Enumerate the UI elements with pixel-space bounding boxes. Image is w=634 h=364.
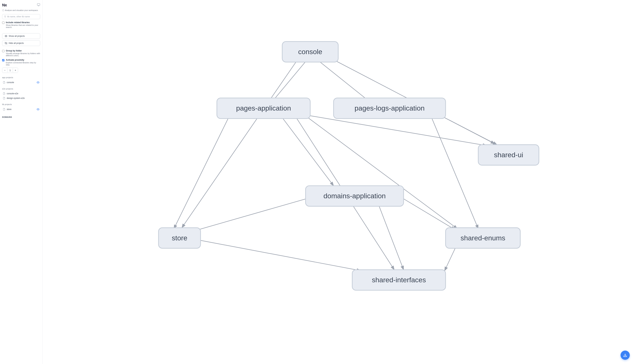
file-icon <box>3 92 5 95</box>
proximity-stepper: − 1 + <box>2 68 18 73</box>
proximity-stepper-group: − 1 + <box>2 68 40 73</box>
file-icon <box>3 108 5 110</box>
domains-label: DOMAINS <box>2 114 40 119</box>
lib-projects-group: lib projects store <box>2 103 40 112</box>
e2e-projects-label: e2e projects <box>2 88 40 90</box>
svg-line-19 <box>308 118 457 229</box>
svg-line-18 <box>310 116 487 146</box>
show-all-projects-button[interactable]: Show all projects <box>2 33 40 39</box>
svg-line-26 <box>188 238 360 271</box>
group-by-folder-checkbox[interactable] <box>2 50 4 52</box>
svg-line-15 <box>182 62 296 228</box>
include-related-group: Include related libraries Show libraries… <box>2 21 40 30</box>
include-related-desc: Show libraries that are related to your … <box>6 24 40 28</box>
file-icon <box>3 97 5 100</box>
svg-line-21 <box>441 116 497 145</box>
node-pages-application-label: pages-application <box>236 104 291 112</box>
app-logo: Nx <box>2 3 7 8</box>
svg-rect-0 <box>37 4 40 6</box>
eye-show-icon <box>5 35 7 37</box>
activate-proximity-item: Activate proximity Explore connected lib… <box>2 59 40 66</box>
tagline: Analyse and visualize your workspace. <box>2 9 40 11</box>
eye-hide-icon <box>5 42 7 44</box>
include-related-checkbox[interactable] <box>2 22 4 24</box>
list-item[interactable]: console <box>2 80 40 85</box>
visibility-buttons: Show all projects Hide all projects <box>2 33 40 46</box>
project-name: console <box>7 81 14 84</box>
list-item[interactable]: console-e2e <box>2 91 40 96</box>
filter-icon <box>4 16 6 18</box>
increment-button[interactable]: + <box>13 68 18 73</box>
node-pages-logs-application-label: pages-logs-application <box>354 104 424 112</box>
project-name: console-e2e <box>7 92 18 95</box>
group-by-folder-item: Group by folder Visually arrange librari… <box>2 50 40 56</box>
sidebar: Nx Analyse and visualize your workspace.… <box>0 0 42 364</box>
list-item[interactable]: store <box>2 107 40 112</box>
svg-point-7 <box>6 36 6 36</box>
e2e-projects-group: e2e projects console-e2e design-system-e… <box>2 88 40 100</box>
lib-projects-label: lib projects <box>2 103 40 106</box>
download-button[interactable] <box>620 350 630 360</box>
main-canvas: console pages-application pages-logs-app… <box>42 0 634 364</box>
svg-marker-6 <box>4 16 6 18</box>
list-item[interactable]: design-system-e2e <box>2 96 40 100</box>
dependency-graph[interactable]: console pages-application pages-logs-app… <box>42 0 634 364</box>
include-related-label: Include related libraries <box>6 21 40 24</box>
node-domains-application-label: domains-application <box>323 192 386 200</box>
svg-line-17 <box>174 118 228 229</box>
decrement-button[interactable]: − <box>2 68 7 73</box>
svg-line-22 <box>432 118 478 229</box>
svg-point-9 <box>38 82 38 83</box>
monitor-icon <box>37 3 40 7</box>
svg-line-16 <box>282 118 334 186</box>
activate-proximity-label: Activate proximity <box>6 59 40 61</box>
project-name: design-system-e2e <box>7 97 24 100</box>
options-section: Group by folder Visually arrange librari… <box>2 50 40 73</box>
svg-line-23 <box>189 197 312 232</box>
node-store-label: store <box>172 234 187 242</box>
activate-proximity-checkbox[interactable] <box>2 59 4 61</box>
stepper-value: 1 <box>7 68 13 72</box>
projects-section: app projects console e2e projects consol… <box>2 76 40 361</box>
node-shared-enums-label: shared-enums <box>460 234 505 242</box>
include-related-checkbox-item: Include related libraries Show libraries… <box>2 21 40 28</box>
project-name: store <box>7 108 12 110</box>
activate-proximity-desc: Explore connected libraries step by step… <box>6 62 40 66</box>
svg-line-24 <box>399 196 455 230</box>
download-icon <box>623 353 627 357</box>
search-box[interactable] <box>2 14 40 19</box>
svg-line-25 <box>376 197 404 270</box>
node-shared-ui-label: shared-ui <box>494 151 523 159</box>
group-by-folder-label: Group by folder <box>6 50 40 52</box>
hide-all-projects-button[interactable]: Hide all projects <box>2 40 40 46</box>
search-input[interactable] <box>7 16 38 18</box>
sidebar-header: Nx <box>2 3 40 8</box>
node-shared-interfaces-label: shared-interfaces <box>372 276 426 284</box>
group-by-folder-desc: Visually arrange libraries by folders wi… <box>6 52 40 56</box>
file-icon <box>3 81 5 84</box>
eye-icon-visible[interactable] <box>36 81 40 84</box>
node-console-label: console <box>298 48 322 56</box>
svg-point-10 <box>38 109 38 110</box>
app-projects-label: app projects <box>2 76 40 78</box>
eye-icon-visible[interactable] <box>36 108 40 111</box>
app-projects-group: app projects console <box>2 76 40 85</box>
